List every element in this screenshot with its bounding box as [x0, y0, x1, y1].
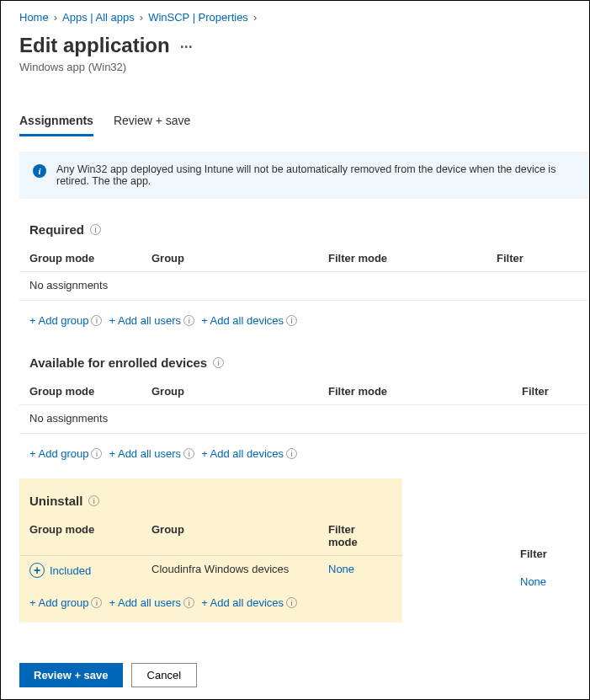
info-icon: i	[33, 164, 46, 178]
info-icon[interactable]: i	[286, 315, 297, 326]
section-title-available: Available for enrolled devices	[29, 355, 207, 370]
table-header: Group mode Group Filter mode	[19, 523, 402, 556]
col-filter-mode: Filter mode	[328, 252, 497, 265]
table-row: + Included Cloudinfra Windows devices No…	[19, 556, 402, 586]
uninstall-highlight: Uninstall i Group mode Group Filter mode…	[19, 478, 402, 623]
section-title-uninstall: Uninstall	[29, 494, 82, 508]
add-all-users-link[interactable]: + Add all users	[109, 447, 181, 460]
info-icon[interactable]: i	[286, 597, 297, 608]
tab-review-save[interactable]: Review + save	[114, 114, 190, 136]
info-icon[interactable]: i	[213, 357, 224, 368]
table-header: Group mode Group Filter mode Filter	[19, 252, 589, 272]
plus-circle-icon: +	[29, 563, 45, 578]
empty-assignments: No assignments	[29, 412, 108, 425]
add-group-link[interactable]: + Add group	[29, 447, 88, 460]
add-all-devices-link[interactable]: + Add all devices	[201, 596, 284, 609]
chevron-right-icon: ›	[54, 11, 57, 24]
cancel-button[interactable]: Cancel	[131, 663, 197, 687]
group-name: Cloudinfra Windows devices	[151, 563, 328, 578]
info-icon[interactable]: i	[91, 597, 102, 608]
info-icon[interactable]: i	[183, 315, 194, 326]
col-filter-mode: Filter mode	[328, 385, 522, 398]
col-group-mode: Group mode	[29, 385, 151, 398]
add-group-link[interactable]: + Add group	[29, 596, 88, 609]
breadcrumb-apps[interactable]: Apps | All apps	[62, 11, 135, 24]
info-icon[interactable]: i	[91, 315, 102, 326]
info-icon[interactable]: i	[90, 224, 101, 235]
table-row: No assignments	[19, 272, 589, 301]
tab-assignments[interactable]: Assignments	[19, 114, 93, 136]
col-group: Group	[151, 523, 328, 548]
chevron-right-icon: ›	[140, 11, 143, 24]
breadcrumb: Home › Apps | All apps › WinSCP | Proper…	[19, 11, 589, 24]
page-subtitle: Windows app (Win32)	[19, 61, 589, 73]
group-mode-included[interactable]: + Included	[29, 563, 151, 578]
add-all-users-link[interactable]: + Add all users	[109, 596, 181, 609]
info-icon[interactable]: i	[91, 448, 102, 459]
info-icon[interactable]: i	[183, 448, 194, 459]
table-header: Group mode Group Filter mode Filter	[19, 385, 589, 405]
info-icon[interactable]: i	[88, 495, 99, 506]
more-icon[interactable]: ···	[180, 39, 193, 56]
section-title-required: Required	[29, 222, 84, 237]
col-group-mode: Group mode	[29, 252, 151, 265]
col-filter: Filter	[522, 385, 579, 398]
add-all-devices-link[interactable]: + Add all devices	[201, 447, 284, 460]
filter-mode-value[interactable]: None	[328, 563, 387, 578]
chevron-right-icon: ›	[253, 11, 257, 24]
add-all-users-link[interactable]: + Add all users	[109, 314, 181, 327]
col-filter: Filter	[497, 252, 579, 265]
review-save-button[interactable]: Review + save	[19, 663, 123, 687]
add-all-devices-link[interactable]: + Add all devices	[201, 314, 284, 327]
info-icon[interactable]: i	[183, 597, 194, 608]
col-group: Group	[151, 252, 328, 265]
page-title: Edit application	[19, 34, 170, 57]
filter-value[interactable]: None	[520, 575, 546, 588]
table-row: No assignments	[19, 405, 589, 434]
info-icon[interactable]: i	[286, 448, 297, 459]
breadcrumb-home[interactable]: Home	[19, 11, 49, 24]
info-text: Any Win32 app deployed using Intune will…	[56, 163, 577, 187]
footer: Review + save Cancel	[1, 651, 589, 699]
col-group-mode: Group mode	[29, 523, 151, 548]
empty-assignments: No assignments	[29, 279, 108, 291]
col-filter: Filter	[520, 548, 547, 560]
col-group: Group	[151, 385, 328, 398]
add-group-link[interactable]: + Add group	[29, 314, 88, 327]
tabs: Assignments Review + save	[19, 114, 589, 136]
col-filter-mode: Filter mode	[328, 523, 387, 548]
info-banner: i Any Win32 app deployed using Intune wi…	[19, 152, 590, 199]
breadcrumb-app[interactable]: WinSCP | Properties	[148, 11, 248, 24]
